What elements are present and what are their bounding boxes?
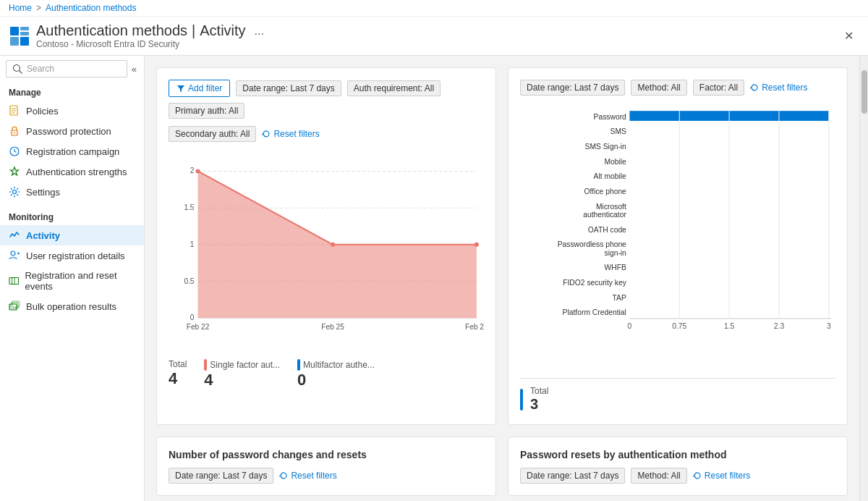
sidebar-item-password-protection[interactable]: Password protection (0, 121, 144, 141)
svg-line-6 (20, 71, 22, 74)
svg-text:2: 2 (190, 167, 195, 175)
svg-text:Feb 25: Feb 25 (321, 323, 344, 331)
filter-icon (176, 84, 185, 93)
svg-rect-18 (9, 277, 19, 284)
svg-text:FIDO2 security key: FIDO2 security key (563, 279, 627, 287)
search-box[interactable]: Search (6, 60, 127, 77)
breadcrumb-current[interactable]: Authentication methods (46, 3, 136, 13)
policies-icon (9, 105, 20, 117)
search-icon (12, 64, 22, 74)
svg-text:authenticator: authenticator (583, 211, 626, 219)
svg-text:1.5: 1.5 (184, 203, 194, 211)
filter-tag-auth-req[interactable]: Auth requirement: All (347, 80, 441, 96)
right-total-value: 3 (530, 396, 548, 413)
strength-icon (9, 166, 20, 177)
ellipsis-button[interactable]: ... (250, 23, 268, 39)
title-section: Activity (200, 22, 245, 39)
collapse-button[interactable]: « (130, 62, 138, 76)
area-chart: 2 1.5 1 0.5 0 Feb 22 (169, 151, 484, 353)
stat-single-factor-label: Single factor aut... (210, 360, 280, 370)
scrollbar[interactable] (859, 56, 868, 501)
bottom-left-title: Number of password changes and resets (169, 449, 484, 460)
search-placeholder: Search (27, 64, 54, 74)
left-reset-filters[interactable]: Reset filters (262, 129, 319, 139)
sidebar-label-auth-strengths: Authentication strengths (26, 167, 127, 177)
stat-multifactor-label: Multifactor authe... (303, 360, 375, 370)
svg-rect-3 (10, 37, 19, 46)
right-filter-factor[interactable]: Factor: All (693, 80, 744, 96)
right-reset-label: Reset filters (762, 83, 807, 93)
bottom-right-reset[interactable]: Reset filters (693, 471, 750, 481)
filter-tag-primary[interactable]: Primary auth: All (169, 103, 244, 119)
sidebar-item-settings[interactable]: Settings (0, 182, 144, 202)
user-reg-icon (9, 250, 20, 261)
sidebar-item-policies[interactable]: Policies (0, 101, 144, 121)
svg-text:Password: Password (594, 113, 627, 121)
svg-text:Passwordless phone: Passwordless phone (558, 240, 626, 248)
breadcrumb-sep: > (36, 3, 41, 13)
bottom-left-reset[interactable]: Reset filters (279, 471, 336, 481)
filter-tag-date[interactable]: Date range: Last 7 days (236, 80, 341, 96)
sidebar-item-user-registration[interactable]: User registration details (0, 245, 144, 266)
stat-total-value: 4 (169, 369, 187, 388)
right-filter-date[interactable]: Date range: Last 7 days (520, 80, 625, 96)
right-reset-filters[interactable]: Reset filters (750, 83, 807, 93)
right-total-label: Total (530, 386, 548, 396)
svg-point-37 (331, 243, 335, 247)
svg-text:2.3: 2.3 (774, 322, 785, 330)
svg-text:3: 3 (827, 322, 831, 330)
add-filter-button[interactable]: Add filter (169, 80, 230, 97)
campaign-icon (9, 146, 20, 157)
right-filter-method[interactable]: Method: All (631, 80, 686, 96)
sidebar-item-registration-reset[interactable]: Registration and reset events (0, 266, 144, 296)
svg-text:sign-in: sign-in (604, 249, 626, 257)
svg-point-38 (475, 243, 479, 247)
svg-text:SMS Sign-in: SMS Sign-in (585, 143, 627, 151)
stat-multifactor: Multifactor authe... 0 (297, 359, 375, 390)
sidebar-item-registration-campaign[interactable]: Registration campaign (0, 141, 144, 161)
password-icon (9, 125, 20, 137)
left-card: Add filter Date range: Last 7 days Auth … (156, 67, 496, 425)
sidebar-label-policies: Policies (26, 106, 59, 117)
svg-point-36 (196, 169, 200, 173)
sidebar-item-auth-strengths[interactable]: Authentication strengths (0, 161, 144, 182)
sidebar: Search « Manage Policies Password protec… (0, 56, 145, 501)
sidebar-item-bulk-operations[interactable]: Bulk operation results (0, 296, 144, 316)
sidebar-label-settings: Settings (26, 187, 60, 198)
sidebar-section-monitoring: Monitoring (0, 206, 144, 225)
bl-reset-icon (279, 471, 288, 480)
filter-tag-secondary[interactable]: Secondary auth: All (169, 126, 256, 142)
svg-text:Alt mobile: Alt mobile (594, 172, 627, 180)
svg-text:Platform Credential: Platform Credential (563, 308, 626, 316)
svg-text:0: 0 (190, 313, 195, 321)
br-reset-label: Reset filters (705, 471, 750, 481)
svg-rect-0 (10, 27, 19, 35)
svg-rect-1 (20, 27, 29, 30)
bottom-right-filter-date[interactable]: Date range: Last 7 days (520, 468, 625, 484)
reset-icon (262, 130, 271, 138)
svg-marker-24 (177, 85, 184, 92)
right-card: Date range: Last 7 days Method: All Fact… (508, 67, 848, 425)
activity-icon (9, 230, 20, 241)
close-button[interactable]: ✕ (838, 26, 859, 46)
bar-chart: Password SMS SMS Sign-in Mobile Alt mobi… (520, 104, 835, 372)
bulk-icon (9, 300, 20, 312)
svg-text:0.75: 0.75 (672, 322, 686, 330)
bottom-right-filter-method[interactable]: Method: All (631, 468, 686, 484)
content-area: Add filter Date range: Last 7 days Auth … (145, 56, 859, 501)
svg-text:Feb 22: Feb 22 (187, 323, 210, 331)
svg-text:1: 1 (190, 240, 195, 248)
sidebar-item-activity[interactable]: Activity (0, 225, 144, 245)
svg-text:0.5: 0.5 (184, 277, 194, 285)
title-group: Authentication methods | Activity ... Co… (36, 22, 268, 49)
bottom-left-filter-date[interactable]: Date range: Last 7 days (169, 468, 273, 484)
breadcrumb-home[interactable]: Home (9, 3, 32, 13)
svg-text:WHFB: WHFB (605, 264, 626, 271)
svg-text:0: 0 (628, 322, 632, 330)
settings-icon (9, 186, 20, 198)
svg-text:SMS: SMS (610, 127, 626, 135)
bl-reset-label: Reset filters (291, 471, 336, 481)
stat-single-factor-value: 4 (204, 371, 280, 390)
page-title: Authentication methods (36, 22, 187, 39)
svg-point-15 (11, 251, 15, 256)
